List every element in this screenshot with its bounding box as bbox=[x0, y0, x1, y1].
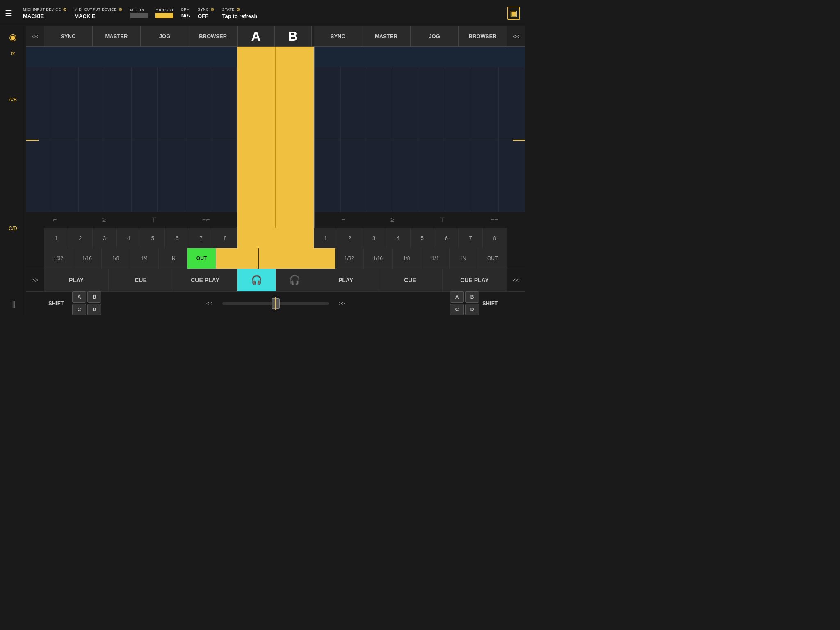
midi-out-label: MIDI OUT bbox=[155, 8, 174, 12]
abcd-left-c[interactable]: C bbox=[72, 304, 86, 315]
crossfader-thumb[interactable] bbox=[272, 298, 280, 309]
tab-sync-right[interactable]: SYNC bbox=[314, 26, 363, 46]
tab-jog-left[interactable]: JOG bbox=[141, 26, 189, 46]
center-divider bbox=[275, 47, 276, 228]
loop-left-8[interactable]: 1/8 bbox=[102, 248, 130, 269]
pad-right-4[interactable]: 4 bbox=[386, 228, 411, 248]
eq-icon-r2: ≥ bbox=[390, 216, 394, 224]
left-nav-arrow[interactable]: << bbox=[26, 26, 44, 46]
pad-left-3[interactable]: 3 bbox=[93, 228, 117, 248]
transport-left-arrow[interactable]: >> bbox=[26, 269, 44, 291]
abcd-left-b[interactable]: B bbox=[87, 291, 101, 303]
tab-sync-left[interactable]: SYNC bbox=[44, 26, 93, 46]
loop-left-out[interactable]: OUT bbox=[187, 248, 216, 269]
eq-icon-r4: ⌐⌐ bbox=[491, 216, 498, 224]
abcd-grid-right: A B C D bbox=[450, 291, 479, 315]
right-nav-arrow[interactable]: << bbox=[507, 26, 525, 46]
eq-icon-r3: ⊤ bbox=[439, 216, 445, 224]
abcd-left-d[interactable]: D bbox=[87, 304, 101, 315]
pad-right-1[interactable]: 1 bbox=[314, 228, 338, 248]
transport-cueplay-left[interactable]: CUE PLAY bbox=[173, 269, 237, 291]
midi-input-gear-icon[interactable]: ⚙ bbox=[63, 7, 67, 12]
pad-left-8[interactable]: 8 bbox=[213, 228, 237, 248]
pads-center-spacer bbox=[237, 228, 314, 248]
loop-right-16[interactable]: 1/16 bbox=[364, 248, 393, 269]
pad-right-2[interactable]: 2 bbox=[338, 228, 362, 248]
loop-left-32[interactable]: 1/32 bbox=[44, 248, 73, 269]
eq-icon-r1: ⌐ bbox=[341, 216, 345, 224]
side-panel: ◉ fx A/B C/D ||| bbox=[0, 26, 26, 315]
screen-icon[interactable]: ▣ bbox=[507, 7, 520, 20]
lines-icon: ||| bbox=[10, 300, 16, 308]
abcd-right-a[interactable]: A bbox=[450, 291, 464, 303]
state-gear-icon[interactable]: ⚙ bbox=[236, 7, 241, 12]
eq-icon-1: ⌐ bbox=[53, 216, 57, 224]
headphone-right-button[interactable]: 🎧 bbox=[276, 269, 314, 291]
crossfader-track[interactable] bbox=[222, 302, 329, 305]
main-content: << SYNC MASTER JOG BROWSER A B SYNC MAST… bbox=[26, 26, 525, 315]
tab-jog-right[interactable]: JOG bbox=[411, 26, 459, 46]
pad-right-6[interactable]: 6 bbox=[434, 228, 459, 248]
hamburger-menu-icon[interactable]: ☰ bbox=[5, 8, 12, 18]
headphone-left-button[interactable]: 🎧 bbox=[237, 269, 276, 291]
pad-right-3[interactable]: 3 bbox=[362, 228, 386, 248]
abcd-right-c[interactable]: C bbox=[450, 304, 464, 315]
cd-label: C/D bbox=[9, 226, 17, 231]
pad-left-4[interactable]: 4 bbox=[117, 228, 141, 248]
pad-left-2[interactable]: 2 bbox=[68, 228, 93, 248]
loop-left-in[interactable]: IN bbox=[159, 248, 187, 269]
pad-left-1[interactable]: 1 bbox=[44, 228, 68, 248]
midi-output-gear-icon[interactable]: ⚙ bbox=[119, 7, 123, 12]
crossfader-right-arrow[interactable]: >> bbox=[336, 299, 348, 308]
pad-left-5[interactable]: 5 bbox=[141, 228, 165, 248]
crossfader-line bbox=[275, 297, 276, 310]
waveform-center bbox=[237, 47, 314, 228]
tab-master-right[interactable]: MASTER bbox=[362, 26, 411, 46]
loop-right-4[interactable]: 1/4 bbox=[421, 248, 450, 269]
tab-master-left[interactable]: MASTER bbox=[93, 26, 141, 46]
transport-play-right[interactable]: PLAY bbox=[314, 269, 378, 291]
tab-browser-right[interactable]: BROWSER bbox=[459, 26, 507, 46]
pad-left-7[interactable]: 7 bbox=[189, 228, 213, 248]
midi-out-section: MIDI OUT bbox=[155, 8, 174, 18]
loop-left-16[interactable]: 1/16 bbox=[73, 248, 102, 269]
loop-right-8[interactable]: 1/8 bbox=[393, 248, 421, 269]
crossfader-left-arrow[interactable]: << bbox=[203, 299, 216, 308]
shift-label-right: SHIFT bbox=[482, 300, 503, 306]
vinyl-icon[interactable]: ◉ bbox=[9, 32, 17, 43]
pad-right-8[interactable]: 8 bbox=[483, 228, 507, 248]
abcd-grid-left: A B C D bbox=[72, 291, 101, 315]
pad-left-6[interactable]: 6 bbox=[165, 228, 189, 248]
midi-in-label: MIDI IN bbox=[130, 8, 144, 12]
loop-right-in[interactable]: IN bbox=[450, 248, 478, 269]
midi-input-section: MIDI INPUT DEVICE ⚙ MACKIE bbox=[23, 7, 67, 19]
midi-input-label: MIDI INPUT DEVICE bbox=[23, 7, 61, 11]
sync-gear-icon[interactable]: ⚙ bbox=[210, 7, 215, 12]
waveform-area: ⌐ ≥ ⊤ ⌐⌐ ⌐ bbox=[26, 47, 525, 228]
nav-tabs: << SYNC MASTER JOG BROWSER A B SYNC MAST… bbox=[26, 26, 525, 47]
loop-left-4[interactable]: 1/4 bbox=[130, 248, 159, 269]
pads-row: 1 2 3 4 5 6 7 8 1 2 3 4 5 6 7 8 bbox=[26, 228, 525, 248]
loop-right-32[interactable]: 1/32 bbox=[335, 248, 364, 269]
waveform-top-bar-right bbox=[315, 47, 525, 67]
fx-label[interactable]: fx bbox=[11, 51, 15, 56]
tab-browser-left[interactable]: BROWSER bbox=[189, 26, 237, 46]
abcd-right-b[interactable]: B bbox=[465, 291, 479, 303]
transport-play-left[interactable]: PLAY bbox=[44, 269, 109, 291]
transport-right-arrow[interactable]: << bbox=[507, 269, 525, 291]
bottom-center: << >> bbox=[101, 299, 450, 308]
deck-labels: A B bbox=[238, 26, 314, 46]
pad-right-5[interactable]: 5 bbox=[411, 228, 435, 248]
transport-cue-left[interactable]: CUE bbox=[109, 269, 173, 291]
transport-cue-right[interactable]: CUE bbox=[378, 269, 443, 291]
loop-right-out[interactable]: OUT bbox=[478, 248, 507, 269]
abcd-left-a[interactable]: A bbox=[72, 291, 86, 303]
bpm-label: BPM bbox=[181, 7, 190, 11]
abcd-right-d[interactable]: D bbox=[465, 304, 479, 315]
pad-right-7[interactable]: 7 bbox=[459, 228, 483, 248]
midi-in-section: MIDI IN bbox=[130, 8, 148, 18]
sync-value: OFF bbox=[198, 13, 215, 19]
midi-input-value: MACKIE bbox=[23, 13, 67, 19]
loop-row: 1/32 1/16 1/8 1/4 IN OUT 1/32 1/16 1/8 1… bbox=[26, 248, 525, 269]
transport-cueplay-right[interactable]: CUE PLAY bbox=[443, 269, 507, 291]
